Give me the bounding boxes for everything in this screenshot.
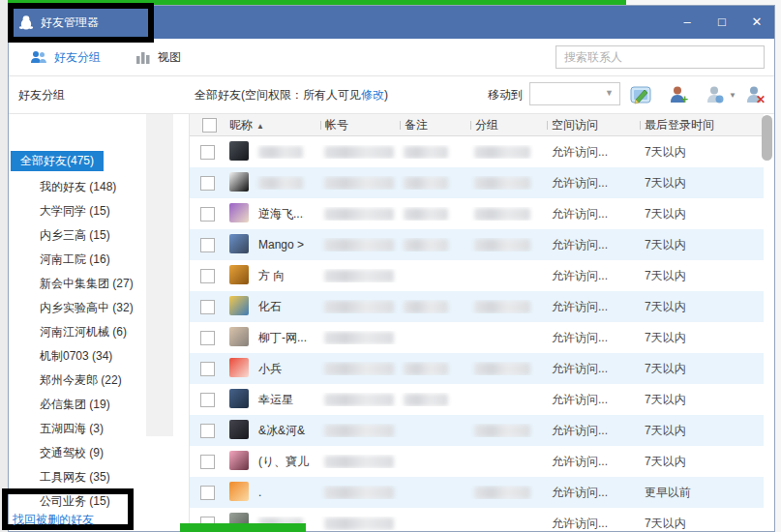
sidebar-item[interactable]: 大学同学 (15): [9, 199, 146, 223]
manage-friend-button[interactable]: ▼: [705, 83, 737, 106]
group: [470, 176, 547, 190]
group: [470, 486, 547, 499]
last-login: 7天以内: [640, 330, 764, 346]
sidebar-item[interactable]: 河南江河机械 (6): [9, 320, 146, 344]
column-nickname[interactable]: 昵称▲: [225, 117, 320, 133]
sidebar-item[interactable]: 郑州今麦郎 (22): [9, 369, 146, 393]
table-row[interactable]: 小兵允许访问...7天以内: [190, 353, 764, 384]
table-row[interactable]: 允许访问...7天以内: [190, 136, 764, 167]
column-remark[interactable]: 备注: [400, 117, 470, 133]
move-to-dropdown[interactable]: ▼: [529, 82, 620, 105]
censored-text: [258, 146, 303, 159]
sidebar-item[interactable]: 机制0703 (34): [9, 344, 146, 369]
table-row[interactable]: 柳丁-网...允许访问...7天以内: [190, 322, 764, 353]
group: [470, 362, 547, 375]
tab-view[interactable]: 视图: [135, 39, 181, 75]
space-access: 允许访问...: [547, 423, 640, 439]
column-space-access[interactable]: 空间访问: [547, 117, 640, 133]
table-row[interactable]: (り、寶儿允许访问...7天以内: [190, 446, 764, 477]
censored-text: [324, 239, 394, 251]
account: [320, 331, 400, 344]
sidebar-item[interactable]: 全部好友(475): [11, 151, 104, 171]
row-checkbox[interactable]: [200, 300, 215, 314]
space-access: 允许访问...: [547, 516, 640, 532]
sidebar-scrollbar-track[interactable]: [146, 114, 173, 436]
censored-text: [324, 517, 394, 530]
row-checkbox[interactable]: [200, 486, 215, 500]
table-row[interactable]: Mango >允许访问...7天以内: [190, 229, 764, 260]
delete-friend-button[interactable]: ✕: [744, 83, 767, 106]
row-checkbox[interactable]: [200, 331, 215, 345]
recover-deleted-friends-link[interactable]: 找回被删的好友: [13, 512, 94, 528]
search-input[interactable]: [556, 45, 765, 69]
column-group[interactable]: 分组: [470, 117, 547, 133]
remark: [400, 176, 470, 190]
row-checkbox[interactable]: [200, 269, 215, 283]
sidebar-item[interactable]: 内乡三高 (15): [9, 223, 146, 248]
sidebar-item[interactable]: 公司业务 (15): [9, 489, 146, 514]
toolbar: 好友分组 视图: [9, 39, 774, 76]
nickname: Mango >: [254, 238, 320, 251]
batch-edit-button[interactable]: [629, 83, 652, 106]
avatar: [229, 358, 249, 377]
account: [320, 269, 400, 282]
sidebar-item[interactable]: 内乡实验高中 (32): [9, 296, 146, 320]
avatar: [229, 482, 249, 501]
row-checkbox[interactable]: [200, 362, 215, 376]
censored-text: [404, 394, 448, 406]
table-row[interactable]: 方 向允许访问...7天以内: [190, 260, 764, 291]
row-checkbox[interactable]: [200, 176, 215, 191]
table-row[interactable]: 化石允许访问...7天以内: [190, 291, 764, 322]
censored-text: [474, 487, 530, 499]
row-checkbox[interactable]: [200, 393, 215, 407]
minimize-button[interactable]: –: [677, 6, 697, 39]
friend-rows: 允许访问...7天以内允许访问...7天以内逆海飞...允许访问...7天以内M…: [190, 136, 764, 531]
table-row[interactable]: 逆海飞...允许访问...7天以内: [190, 198, 764, 229]
row-checkbox[interactable]: [200, 238, 215, 252]
censored-text: [404, 239, 448, 251]
tab-friend-groups[interactable]: 好友分组: [30, 39, 101, 75]
sidebar-group-list: 全部好友(475)我的好友 (148)大学同学 (15)内乡三高 (15)河南工…: [9, 151, 146, 514]
avatar: [229, 141, 249, 161]
close-button[interactable]: ✕: [747, 6, 766, 39]
row-checkbox[interactable]: [200, 455, 215, 469]
column-last-login[interactable]: 最后登录时间: [640, 117, 764, 133]
column-account[interactable]: 帐号: [320, 117, 400, 133]
sidebar-item[interactable]: 新会中集集团 (27): [9, 272, 146, 296]
row-checkbox[interactable]: [200, 207, 215, 222]
avatar: [229, 203, 249, 222]
remark: [400, 145, 470, 159]
row-checkbox[interactable]: [200, 145, 215, 160]
table-row[interactable]: 允许访问...7天以内: [190, 167, 764, 198]
last-login: 7天以内: [640, 206, 764, 222]
add-friend-button[interactable]: +: [668, 83, 691, 106]
censored-text: [404, 208, 448, 221]
row-checkbox[interactable]: [200, 424, 215, 438]
sidebar-item[interactable]: 河南工院 (16): [9, 248, 146, 272]
nickname: 逆海飞...: [254, 206, 320, 222]
censored-text: [324, 146, 394, 159]
sidebar-item[interactable]: 五湖四海 (3): [9, 417, 146, 441]
desktop-green-strip-bottom: [180, 523, 306, 532]
censored-text: [474, 363, 530, 375]
censored-text: [324, 456, 394, 468]
censored-text: [404, 363, 448, 375]
avatar: [229, 234, 249, 253]
censored-text: [258, 177, 303, 190]
account: [320, 455, 400, 468]
censored-text: [404, 301, 448, 313]
sidebar-item[interactable]: 必信集团 (19): [9, 393, 146, 417]
table-scrollbar-thumb[interactable]: [762, 115, 772, 161]
sidebar-item[interactable]: 我的好友 (148): [9, 175, 146, 199]
maximize-button[interactable]: □: [712, 6, 732, 39]
sidebar-item[interactable]: 工具网友 (35): [9, 465, 146, 489]
table-row[interactable]: &冰&河&允许访问...7天以内: [190, 415, 764, 446]
account: [320, 207, 400, 221]
table-row[interactable]: 幸运星允许访问...7天以内: [190, 384, 764, 415]
modify-link[interactable]: 修改: [361, 88, 384, 102]
sidebar-item[interactable]: 交通驾校 (9): [9, 441, 146, 465]
avatar: [229, 296, 249, 315]
table-row[interactable]: .允许访问...更早以前: [190, 477, 764, 508]
remark: [400, 362, 470, 375]
select-all-checkbox[interactable]: [202, 118, 217, 133]
